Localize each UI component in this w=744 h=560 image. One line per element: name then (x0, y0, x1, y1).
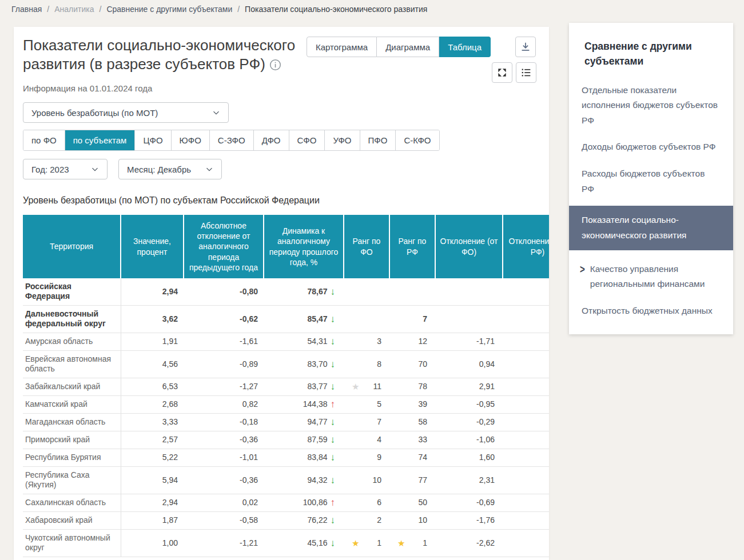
abs-deviation-cell: -0,36 (184, 466, 264, 494)
dynamics-number: 85,47 (307, 314, 327, 325)
rank-fo-cell: 6 (344, 494, 389, 511)
dynamics-value: 100,86↑ (267, 498, 340, 508)
sidebar-item-label: Качество управления региональными финанс… (590, 262, 719, 292)
sidebar-item[interactable]: Отдельные показатели исполнения бюджетов… (569, 83, 733, 129)
table-row: Республика Бурятия5,22-1,0183,84↓9741,60 (23, 449, 549, 466)
deviation-rf-cell (503, 305, 549, 333)
year-select-value: Год: 2023 (31, 165, 69, 174)
region-tab[interactable]: ЮФО (172, 130, 210, 150)
rank-fo-cell: 7 (344, 413, 389, 431)
column-header: Отклонение (от РФ) (503, 215, 549, 278)
dynamics-value: 45,16↓ (267, 538, 340, 549)
trend-down-icon: ↓ (331, 515, 336, 525)
list-icon (520, 66, 532, 79)
value-cell: 2,68 (121, 395, 184, 413)
rank-fo-value: 3 (347, 337, 381, 347)
trend-down-icon: ↓ (331, 382, 336, 391)
trend-down-icon: ↓ (331, 538, 336, 548)
abs-deviation-cell: -0,62 (184, 305, 264, 333)
rank-number: 9 (377, 453, 381, 463)
deviation-rf-cell (503, 413, 549, 431)
breadcrumb-separator: / (47, 5, 49, 14)
deviation-rf-cell (503, 350, 549, 378)
sidebar-item[interactable]: Показатели социально-экономического разв… (569, 206, 733, 250)
value-cell: 5,22 (121, 449, 184, 466)
region-tab[interactable]: по ФО (23, 130, 65, 150)
view-button[interactable]: Диаграмма (377, 37, 439, 57)
rank-number: 8 (377, 359, 381, 370)
month-select[interactable]: Месяц: Декабрь (118, 159, 222, 179)
sidebar-item[interactable]: Расходы бюджетов субъектов РФ (569, 166, 733, 197)
region-tab[interactable]: ПФО (360, 130, 396, 150)
rank-number: 74 (418, 453, 427, 463)
table-row: Российская Федерация2,94-0,8078,67↓ (23, 278, 549, 306)
region-tab[interactable]: СФО (289, 130, 325, 150)
deviation-fo-cell: 1,60 (435, 449, 503, 466)
rank-fo-value: 7 (347, 417, 381, 427)
territory-cell: Амурская область (23, 333, 121, 350)
deviation-fo-cell: -0,69 (435, 494, 503, 511)
territory-cell: Магаданская область (23, 413, 121, 431)
sidebar-item-label: Расходы бюджетов субъектов РФ (582, 169, 705, 194)
dynamics-value: 87,59↓ (267, 435, 340, 445)
trend-down-icon: ↓ (331, 359, 336, 369)
region-tab[interactable]: С-ЗФО (210, 130, 254, 150)
deviation-rf-cell (503, 278, 549, 306)
legend-list-button[interactable] (516, 62, 536, 83)
sidebar-items: Отдельные показатели исполнения бюджетов… (569, 83, 733, 319)
abs-deviation-cell: -1,27 (184, 378, 264, 395)
sidebar-item[interactable]: Доходы бюджетов субъектов РФ (569, 139, 733, 155)
indicator-select[interactable]: Уровень безработицы (по МОТ) (23, 102, 229, 123)
fullscreen-button[interactable] (492, 62, 512, 83)
rank-fo-cell: ★11 (344, 378, 389, 395)
territory-cell: Российская Федерация (23, 278, 121, 306)
rank-fo-value: 10 (347, 475, 381, 485)
deviation-fo-cell: -2,62 (435, 529, 503, 557)
breadcrumb-separator: / (237, 5, 240, 14)
view-button[interactable]: Таблица (439, 37, 491, 57)
view-button[interactable]: Картограмма (307, 37, 377, 57)
rank-rf-cell (389, 278, 435, 306)
dynamics-value: 83,84↓ (267, 453, 340, 463)
rank-fo-cell: ★1 (344, 529, 389, 557)
territory-cell: Камчатский край (23, 395, 121, 413)
deviation-fo-cell: 2,91 (435, 378, 503, 395)
breadcrumb-item[interactable]: Аналитика (54, 5, 94, 14)
rank-fo-cell: 10 (344, 466, 389, 494)
star-icon: ★ (352, 382, 359, 391)
year-select[interactable]: Год: 2023 (23, 159, 108, 179)
rank-fo-value: ★1 (347, 538, 381, 548)
info-icon[interactable] (269, 57, 281, 75)
territory-cell: Республика Саха (Якутия) (23, 466, 121, 494)
region-tab[interactable]: ЦФО (135, 130, 171, 150)
abs-deviation-cell: 0,82 (184, 395, 264, 413)
region-tab[interactable]: по субъектам (65, 130, 136, 150)
breadcrumb-item[interactable]: Главная (11, 5, 42, 14)
region-tab[interactable]: УФО (325, 130, 360, 150)
dynamics-cell: 85,47↓ (264, 305, 344, 333)
download-button[interactable] (515, 37, 536, 57)
rank-rf-value: 77 (393, 475, 427, 485)
dynamics-number: 76,22 (307, 515, 327, 526)
chevron-down-icon (204, 164, 214, 174)
sidebar-item[interactable]: >Качество управления региональными финан… (569, 262, 733, 292)
value-cell: 2,94 (121, 494, 184, 511)
rank-rf-cell: 33 (389, 431, 435, 449)
dynamics-number: 83,70 (307, 359, 327, 370)
region-tab[interactable]: ДФО (254, 130, 289, 150)
rank-rf-value (393, 286, 427, 297)
breadcrumb-item: Показатели социально-экономического разв… (245, 5, 427, 14)
dynamics-value: 83,70↓ (267, 359, 340, 370)
region-tab[interactable]: С-КФО (396, 130, 439, 150)
dynamics-value: 54,31↓ (267, 337, 340, 347)
column-header: Абсолютное отклонение от аналогичного пе… (184, 215, 264, 278)
table-row: Забайкальский край6,53-1,2783,77↓★11782,… (23, 378, 549, 395)
deviation-fo-cell: -0,95 (435, 395, 503, 413)
dynamics-number: 144,38 (303, 399, 328, 410)
deviation-fo-cell: -1,06 (435, 431, 503, 449)
trend-down-icon: ↓ (331, 337, 336, 346)
abs-deviation-cell: -0,58 (184, 511, 264, 529)
rank-rf-cell: 7 (389, 305, 435, 333)
breadcrumb-item[interactable]: Сравнение с другими субъектами (106, 5, 232, 14)
sidebar-item[interactable]: Открытость бюджетных данных (569, 303, 733, 319)
